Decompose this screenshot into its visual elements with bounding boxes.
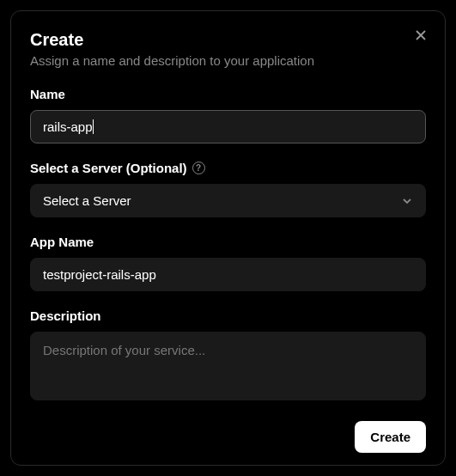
app-name-label: App Name (30, 235, 426, 249)
app-name-field-group: App Name testproject-rails-app (30, 235, 426, 291)
modal-title: Create (30, 30, 426, 50)
server-select-value: Select a Server (43, 193, 131, 208)
server-field-group: Select a Server (Optional) ? Select a Se… (30, 161, 426, 217)
modal-subtitle: Assign a name and description to your ap… (30, 53, 426, 68)
modal-footer: Create (30, 421, 426, 453)
name-input-value: rails-app (43, 119, 93, 134)
server-select[interactable]: Select a Server (30, 184, 426, 217)
chevron-down-icon (401, 195, 413, 207)
create-modal: Create Assign a name and description to … (10, 10, 446, 466)
close-button[interactable] (410, 25, 431, 46)
create-button[interactable]: Create (355, 421, 426, 453)
close-icon (415, 29, 427, 41)
name-field-group: Name rails-app (30, 87, 426, 143)
name-input[interactable]: rails-app (30, 110, 426, 143)
description-textarea[interactable] (30, 332, 426, 400)
server-label-text: Select a Server (Optional) (30, 161, 187, 175)
text-cursor (93, 119, 94, 134)
description-label: Description (30, 308, 426, 323)
app-name-value: testproject-rails-app (43, 267, 156, 282)
app-name-input[interactable]: testproject-rails-app (30, 258, 426, 291)
description-field-group: Description (30, 308, 426, 404)
help-icon[interactable]: ? (192, 162, 205, 174)
name-label: Name (30, 87, 426, 101)
server-label: Select a Server (Optional) ? (30, 161, 426, 175)
